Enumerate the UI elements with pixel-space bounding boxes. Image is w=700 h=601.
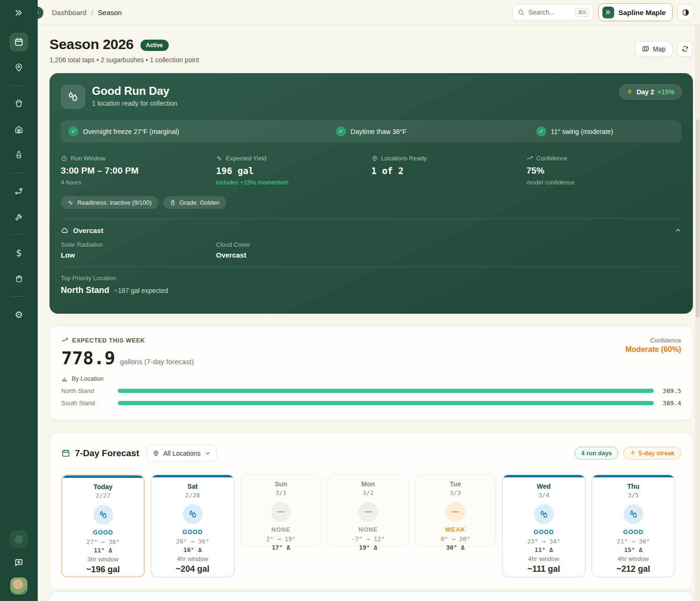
breadcrumb-parent[interactable]: Dashboard xyxy=(52,8,86,17)
dash-icon: — xyxy=(271,502,291,522)
week-total-unit: gallons (7-day forecast) xyxy=(120,358,194,366)
readiness-pill-label: Readiness: inactive (9/100) xyxy=(77,199,152,206)
sidebar-item-maintenance[interactable] xyxy=(9,207,28,226)
run-card-subtitle: 1 location ready for collection xyxy=(92,100,177,107)
org-switcher-button[interactable]: Sapline Maple xyxy=(598,3,673,21)
day-date: 3/3 xyxy=(415,489,495,496)
feedback-button[interactable] xyxy=(9,555,28,571)
activity-icon xyxy=(67,200,74,206)
day-momentum-value: +15% xyxy=(99,576,115,577)
map-button[interactable]: Map xyxy=(635,41,673,57)
main-content: Season 2026 Active 1,206 total taps • 2 … xyxy=(38,25,700,601)
forecast-day-card[interactable]: Today 2/27 GOOD 27° → 38° 11° Δ 3hr wind… xyxy=(61,475,145,577)
status-tile[interactable] xyxy=(10,530,28,548)
bar-chart-icon xyxy=(61,376,68,382)
check-icon: ✓ xyxy=(536,126,546,136)
weather-field-solar: Solar Radiation Low xyxy=(61,241,216,259)
sidebar-item-settings[interactable]: ⚙ xyxy=(9,305,28,324)
weather-summary: Overcast xyxy=(73,226,103,234)
sidebar-item-locations[interactable] xyxy=(9,58,28,77)
priority-label: Top Priority Location xyxy=(61,275,682,282)
clock-icon xyxy=(61,155,67,162)
sidebar-item-finance[interactable]: $ xyxy=(9,243,28,262)
day-temps: 28° → 36° xyxy=(151,538,234,545)
sidebar-item-collection[interactable] xyxy=(9,94,28,113)
forecast-title: 7-Day Forecast xyxy=(75,448,139,459)
stat-label: Expected Yield xyxy=(226,155,266,162)
by-location-label: By Location xyxy=(72,375,104,382)
stat-value: 1 of 2 xyxy=(371,166,527,176)
day-temps: 23° → 34° xyxy=(502,538,585,545)
streak-badge-label: 5-day streak xyxy=(639,450,675,457)
scrollbar-thumb[interactable] xyxy=(696,119,700,317)
day-window: 4hr window xyxy=(592,555,675,562)
readiness-pill: Readiness: inactive (9/100) xyxy=(61,196,158,209)
sidebar-divider xyxy=(11,173,26,173)
flame-icon xyxy=(91,577,97,578)
next-section-edge xyxy=(49,592,693,601)
streak-day-label: Day 2 xyxy=(636,88,654,96)
divider xyxy=(61,218,682,219)
forecast-day-card[interactable]: Thu 3/5 GOOD 21° → 36° 15° Δ 4hr window … xyxy=(592,475,675,577)
dash-icon: — xyxy=(358,502,378,522)
flame-icon xyxy=(181,577,186,578)
sidebar-item-season[interactable] xyxy=(9,33,28,51)
day-date: 2/28 xyxy=(151,492,234,499)
stat-sub: 4 hours xyxy=(61,179,216,186)
day-swing: 19° Δ xyxy=(328,544,408,551)
day-status: GOOD xyxy=(592,528,675,535)
route-icon xyxy=(14,186,24,196)
droplet-icon xyxy=(216,155,222,162)
day-temps: -7° → 12° xyxy=(328,535,408,543)
weather-field-label: Cloud Cover xyxy=(216,241,371,248)
day-momentum-value: +25% xyxy=(189,576,205,577)
droplets-icon xyxy=(183,504,203,524)
chevron-up-icon[interactable] xyxy=(675,227,682,234)
day-window: 3hr window xyxy=(62,556,144,563)
theme-toggle-button[interactable] xyxy=(677,4,693,20)
confidence-value: Moderate (60%) xyxy=(626,345,681,354)
user-avatar[interactable] xyxy=(10,577,27,594)
day-status: GOOD xyxy=(62,529,144,536)
shopping-bag-icon xyxy=(15,274,24,283)
day-temps: 21° → 36° xyxy=(592,538,675,545)
scrollbar[interactable] xyxy=(695,25,700,601)
sidebar-item-sugarhouse[interactable] xyxy=(9,120,28,139)
sidebar-collapse-icon[interactable] xyxy=(11,5,27,21)
sidebar-item-orders[interactable] xyxy=(9,269,28,288)
day-yield: ~196 gal xyxy=(62,565,144,575)
day-label: Today xyxy=(62,483,144,491)
search-box[interactable]: ⌘K xyxy=(512,4,593,21)
bottle-icon xyxy=(15,150,23,159)
stat-locations-ready: Locations Ready 1 of 2 xyxy=(371,155,527,186)
search-input[interactable] xyxy=(528,8,571,16)
flame-icon xyxy=(532,577,537,578)
day-date: 3/1 xyxy=(241,489,321,496)
day-window: 4hr window xyxy=(502,555,585,562)
status-dot-icon xyxy=(15,535,23,543)
forecast-day-card[interactable]: Tue 3/3 — WEAK 0° → 30° 30° Δ xyxy=(415,475,496,547)
grade-pill-label: Grade: Golden xyxy=(180,199,220,206)
weather-field-label: Solar Radiation xyxy=(61,241,216,248)
forecast-day-card[interactable]: Sun 3/1 — NONE 2° → 19° 17° Δ xyxy=(240,475,321,547)
org-name: Sapline Maple xyxy=(618,8,666,17)
forecast-day-card[interactable]: Wed 3/4 GOOD 23° → 34° 11° Δ 4hr window … xyxy=(502,475,585,577)
forecast-day-card[interactable]: Sat 2/28 GOOD 28° → 36° 16° Δ 4hr window… xyxy=(151,475,234,577)
run-stats: Run Window 3:00 PM – 7:00 PM 4 hours Exp… xyxy=(61,155,682,186)
confidence-label: Confidence xyxy=(650,337,681,344)
week-card-label: EXPECTED THIS WEEK xyxy=(72,337,145,344)
forecast-day-card[interactable]: Mon 3/2 — NONE -7° → 12° 19° Δ xyxy=(328,475,409,547)
location-filter-dropdown[interactable]: All Locations xyxy=(147,445,216,461)
flame-icon xyxy=(621,577,627,578)
day-label: Thu xyxy=(592,483,675,490)
day-swing: 16° Δ xyxy=(151,546,234,553)
condition-item: ✓ Daytime thaw 38°F xyxy=(272,126,471,136)
location-bar-row: South Stand 389.4 xyxy=(61,400,681,407)
flame-icon xyxy=(630,450,636,456)
weather-field-value: Low xyxy=(61,251,216,259)
sidebar-item-syrup[interactable] xyxy=(9,145,28,164)
refresh-button[interactable] xyxy=(677,41,693,57)
week-total-value: 778.9 xyxy=(61,348,115,368)
run-card-title: Good Run Day xyxy=(92,84,177,98)
sidebar-item-routes[interactable] xyxy=(9,182,28,200)
